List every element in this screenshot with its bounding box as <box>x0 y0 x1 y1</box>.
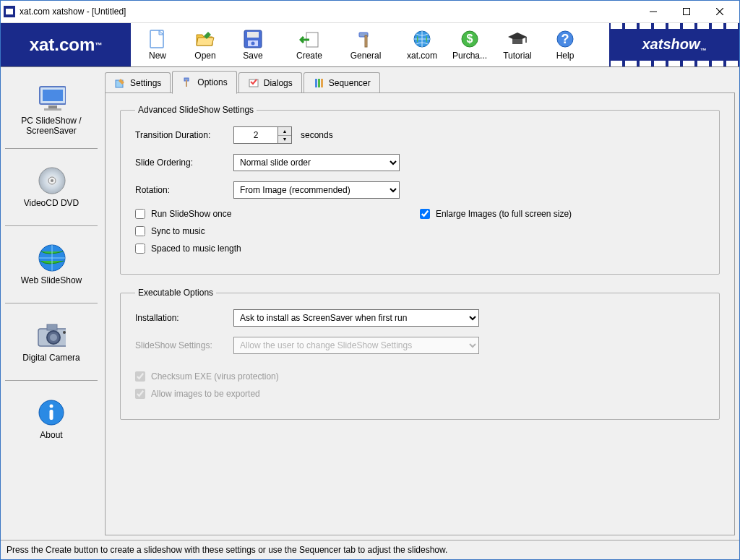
monitor-icon <box>37 84 66 113</box>
svg-rect-22 <box>43 90 63 101</box>
window-title: xat.com xatshow - [Untitled] <box>20 7 126 17</box>
transition-duration-label: Transition Duration: <box>135 130 233 140</box>
svg-rect-7 <box>247 32 259 38</box>
svg-rect-44 <box>321 79 323 87</box>
tutorial-button[interactable]: Tutorial <box>494 24 541 66</box>
open-button[interactable]: Open <box>181 24 229 66</box>
globe-large-icon <box>37 244 66 272</box>
status-bar: Press the Create button to create a slid… <box>1 540 739 559</box>
svg-rect-1 <box>684 9 690 15</box>
sidebar-item-digital-camera[interactable]: Digital Camera <box>5 303 98 381</box>
enlarge-images-checkbox-row[interactable]: Enlarge Images (to full screen size) <box>420 209 705 219</box>
svg-point-34 <box>63 331 66 334</box>
main-window: xat.com xatshow - [Untitled] xat.com™ Ne… <box>0 0 740 560</box>
allow-export-checkbox <box>135 389 145 399</box>
enlarge-images-checkbox[interactable] <box>420 209 430 219</box>
graduation-cap-icon <box>507 29 528 49</box>
globe-icon <box>412 29 432 49</box>
options-page: Advanced SlideShow Settings Transition D… <box>105 93 735 535</box>
close-icon <box>716 8 723 15</box>
toolbar-buttons: New Open Save Create General <box>131 23 609 66</box>
toolbar: xat.com™ New Open Save Create <box>1 23 739 67</box>
spaced-music-checkbox[interactable] <box>135 244 145 254</box>
transition-duration-input[interactable] <box>234 127 278 143</box>
svg-rect-17 <box>512 39 522 44</box>
svg-rect-43 <box>318 79 320 87</box>
advanced-slideshow-group: Advanced SlideShow Settings Transition D… <box>120 105 720 275</box>
run-once-checkbox[interactable] <box>135 209 145 219</box>
options-tab-icon <box>181 77 193 88</box>
executable-options-group: Executable Options Installation: Ask to … <box>120 288 720 420</box>
minimize-icon <box>650 8 657 15</box>
svg-point-36 <box>50 404 53 408</box>
sync-music-checkbox-row[interactable]: Sync to music <box>135 226 420 236</box>
disc-icon <box>37 166 66 195</box>
sidebar-item-videocd-dvd[interactable]: VideoCD DVD <box>5 149 98 226</box>
app-icon <box>4 6 15 17</box>
tab-options[interactable]: Options <box>172 71 236 94</box>
executable-legend: Executable Options <box>135 288 216 298</box>
advanced-legend: Advanced SlideShow Settings <box>135 105 257 115</box>
svg-text:$: $ <box>467 33 473 45</box>
svg-rect-12 <box>365 35 367 47</box>
new-file-icon <box>147 29 168 49</box>
sequencer-tab-icon <box>313 77 324 89</box>
dollar-globe-icon: $ <box>460 29 480 49</box>
brand-logo-text: xat.com <box>30 35 95 55</box>
general-button[interactable]: General <box>342 24 390 66</box>
main-panel: Settings Options Dialogs Sequencer <box>98 72 735 535</box>
transition-duration-spinner[interactable]: ▲▼ <box>233 126 292 144</box>
settings-tab-icon <box>114 77 126 89</box>
tab-settings[interactable]: Settings <box>105 72 171 93</box>
maximize-button[interactable] <box>670 1 703 22</box>
product-logo: xatshow™ <box>609 23 739 66</box>
sidebar-item-pc-slideshow[interactable]: PC SlideShow / ScreenSaver <box>5 72 98 149</box>
slide-ordering-select[interactable]: Normal slide order <box>233 154 400 171</box>
save-button[interactable]: Save <box>229 24 277 66</box>
spaced-music-checkbox-row[interactable]: Spaced to music length <box>135 244 420 254</box>
dialogs-tab-icon <box>248 77 259 89</box>
save-floppy-icon <box>243 29 263 49</box>
svg-rect-24 <box>44 108 61 111</box>
help-button[interactable]: ? Help <box>541 24 589 66</box>
rotation-label: Rotation: <box>135 185 233 195</box>
sidebar-item-web-slideshow[interactable]: Web SlideShow <box>5 226 98 303</box>
checksum-exe-checkbox <box>135 371 145 382</box>
maximize-icon <box>683 8 690 15</box>
hammer-icon <box>356 29 376 49</box>
svg-rect-42 <box>315 79 317 87</box>
create-icon <box>299 29 319 49</box>
svg-point-28 <box>51 179 53 182</box>
svg-rect-31 <box>47 324 57 330</box>
product-logo-text: xatshow <box>642 36 700 52</box>
checksum-exe-checkbox-row: Checksum EXE (virus protection) <box>135 371 705 382</box>
close-button[interactable] <box>703 1 736 22</box>
open-folder-icon <box>195 29 215 49</box>
rotation-select[interactable]: From Image (recommended) <box>233 181 400 199</box>
new-button[interactable]: New <box>134 24 181 66</box>
tab-sequencer[interactable]: Sequencer <box>304 72 380 93</box>
status-text: Press the Create button to create a slid… <box>7 545 447 555</box>
slide-ordering-label: Slide Ordering: <box>135 158 233 168</box>
create-button[interactable]: Create <box>285 24 333 66</box>
spinner-down-button[interactable]: ▼ <box>278 136 291 144</box>
title-bar: xat.com xatshow - [Untitled] <box>1 1 739 23</box>
transition-unit-label: seconds <box>301 130 333 140</box>
brand-logo: xat.com™ <box>1 23 131 66</box>
xatcom-button[interactable]: xat.com <box>398 24 446 66</box>
svg-rect-37 <box>50 410 53 420</box>
run-once-checkbox-row[interactable]: Run SlideShow once <box>135 209 420 219</box>
allow-export-checkbox-row: Allow images to be exported <box>135 389 705 399</box>
sidebar: PC SlideShow / ScreenSaver VideoCD DVD W… <box>5 72 98 535</box>
purchase-button[interactable]: $ Purcha... <box>446 24 494 66</box>
spinner-up-button[interactable]: ▲ <box>278 127 291 136</box>
info-icon <box>37 398 66 427</box>
tab-dialogs[interactable]: Dialogs <box>238 72 302 93</box>
tab-strip: Settings Options Dialogs Sequencer <box>105 72 735 93</box>
installation-select[interactable]: Ask to install as ScreenSaver when first… <box>233 309 479 327</box>
minimize-button[interactable] <box>637 1 670 22</box>
camera-icon <box>37 321 66 350</box>
body-area: PC SlideShow / ScreenSaver VideoCD DVD W… <box>1 67 739 540</box>
sync-music-checkbox[interactable] <box>135 226 145 236</box>
sidebar-item-about[interactable]: About <box>5 381 98 457</box>
